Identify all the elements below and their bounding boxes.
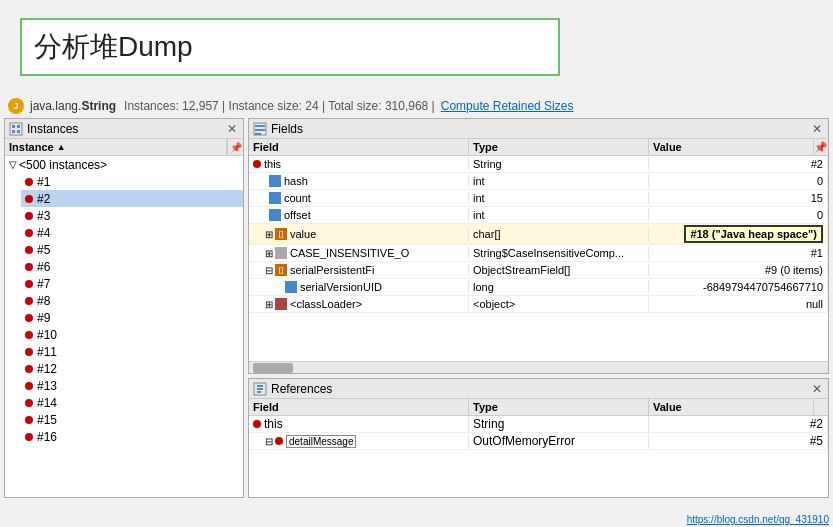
field-value: #1 — [649, 246, 828, 260]
list-item[interactable]: #14 — [21, 394, 243, 411]
field-value: #18 ("Java heap space") — [649, 224, 828, 244]
instance-label: #4 — [37, 226, 50, 240]
field-name: hash — [284, 175, 308, 187]
list-item[interactable]: #7 — [21, 275, 243, 292]
instance-dot-icon — [25, 212, 33, 220]
instance-label: #12 — [37, 362, 57, 376]
table-row[interactable]: ⊞ <classLoader> <object> null — [249, 296, 828, 313]
instance-dot-icon — [25, 433, 33, 441]
table-row[interactable]: offset int 0 — [249, 207, 828, 224]
instance-dot-icon — [25, 348, 33, 356]
references-table[interactable]: this String #2 ⊟ detailMessage OutOfMemo… — [249, 416, 828, 497]
list-item[interactable]: #5 — [21, 241, 243, 258]
instance-label: #10 — [37, 328, 57, 342]
ref-value: #2 — [649, 416, 828, 432]
fields-table[interactable]: this String #2 hash int 0 — [249, 156, 828, 361]
field-type: long — [469, 280, 649, 294]
field-type: String$CaseInsensitiveComp... — [469, 246, 649, 260]
title-box: 分析堆Dump — [20, 18, 560, 76]
field-type: int — [469, 191, 649, 205]
list-item[interactable]: #12 — [21, 360, 243, 377]
instance-label: #15 — [37, 413, 57, 427]
instance-dot-icon — [25, 229, 33, 237]
list-item[interactable]: #10 — [21, 326, 243, 343]
class-name-bold: String — [81, 99, 116, 113]
list-item[interactable]: #15 — [21, 411, 243, 428]
ref-type: String — [469, 416, 649, 432]
fields-panel-title: Fields — [271, 122, 303, 136]
table-row[interactable]: ⊞ [] value char[] #18 ("Java heap space"… — [249, 224, 828, 245]
instance-label: #5 — [37, 243, 50, 257]
list-item[interactable]: #3 — [21, 207, 243, 224]
instance-dot-icon — [25, 382, 33, 390]
list-item[interactable]: #4 — [21, 224, 243, 241]
list-item[interactable]: #1 — [21, 173, 243, 190]
expand-icon[interactable]: ⊟ — [265, 265, 273, 276]
group-expand-icon[interactable]: ▽ — [9, 159, 17, 170]
list-item[interactable]: #8 — [21, 292, 243, 309]
right-panels: Fields ✕ Field Type Value 📌 this — [248, 118, 829, 498]
field-type: <object> — [469, 297, 649, 311]
list-item[interactable]: #6 — [21, 258, 243, 275]
instance-list[interactable]: ▽ <500 instances> #1 #2 #3 #4 — [5, 156, 243, 497]
references-panel-icon — [253, 382, 267, 396]
instances-group-row[interactable]: ▽ <500 instances> — [5, 156, 243, 173]
instance-dot-icon — [25, 314, 33, 322]
references-close-button[interactable]: ✕ — [810, 382, 824, 396]
svg-rect-4 — [17, 130, 20, 133]
table-row[interactable]: serialVersionUID long -68497944707546677… — [249, 279, 828, 296]
field-type-icon — [269, 209, 281, 221]
page-title: 分析堆Dump — [34, 31, 193, 62]
table-row[interactable]: this String #2 — [249, 416, 828, 433]
field-type-icon — [269, 192, 281, 204]
fields-scroll-thumb[interactable] — [253, 363, 293, 373]
ref-expand-icon[interactable]: ⊟ — [265, 436, 273, 447]
fields-panel: Fields ✕ Field Type Value 📌 this — [248, 118, 829, 374]
table-row[interactable]: ⊟ detailMessage OutOfMemoryError #5 — [249, 433, 828, 450]
instance-label: #2 — [37, 192, 50, 206]
table-row[interactable]: ⊟ [] serialPersistentFi ObjectStreamFiel… — [249, 262, 828, 279]
list-item[interactable]: #2 — [21, 190, 243, 207]
instance-label: #6 — [37, 260, 50, 274]
expand-icon[interactable]: ⊞ — [265, 248, 273, 259]
references-panel-header: References ✕ — [249, 379, 828, 399]
instances-panel-title: Instances — [27, 122, 78, 136]
fields-horizontal-scrollbar[interactable] — [249, 361, 828, 373]
table-row[interactable]: count int 15 — [249, 190, 828, 207]
sort-asc-icon: ▲ — [57, 142, 66, 152]
instance-dot-icon — [25, 399, 33, 407]
instance-dot-icon — [25, 297, 33, 305]
ref-value: #5 — [649, 433, 828, 449]
instances-panel-icon — [9, 122, 23, 136]
instance-label: #7 — [37, 277, 50, 291]
references-panel-title: References — [271, 382, 332, 396]
field-type: char[] — [469, 227, 649, 241]
field-value: null — [649, 297, 828, 311]
expand-icon[interactable]: ⊞ — [265, 229, 273, 240]
list-item[interactable]: #9 — [21, 309, 243, 326]
instance-label: #1 — [37, 175, 50, 189]
table-row[interactable]: ⊞ CASE_INSENSITIVE_O String$CaseInsensit… — [249, 245, 828, 262]
list-item[interactable]: #11 — [21, 343, 243, 360]
list-item[interactable]: #16 — [21, 428, 243, 445]
fields-close-button[interactable]: ✕ — [810, 122, 824, 136]
mixed-type-icon — [275, 247, 287, 259]
field-type: String — [469, 157, 649, 171]
instance-label: #9 — [37, 311, 50, 325]
fields-type-column-header: Type — [469, 139, 649, 155]
compute-retained-sizes-link[interactable]: Compute Retained Sizes — [441, 99, 574, 113]
fields-field-column-header: Field — [249, 139, 469, 155]
list-item[interactable]: #13 — [21, 377, 243, 394]
svg-rect-1 — [12, 125, 15, 128]
instance-dot-icon — [25, 195, 33, 203]
field-value: 0 — [649, 174, 828, 188]
fields-value-column-header: Value — [649, 139, 814, 155]
table-row[interactable]: this String #2 — [249, 156, 828, 173]
ref-value-column-header: Value — [649, 399, 814, 415]
table-row[interactable]: hash int 0 — [249, 173, 828, 190]
main-panels: Instances ✕ Instance ▲ 📌 ▽ <500 instance… — [4, 118, 829, 498]
ref-pin-area — [814, 399, 828, 415]
field-type-icon — [285, 281, 297, 293]
instances-close-button[interactable]: ✕ — [225, 122, 239, 136]
expand-icon[interactable]: ⊞ — [265, 299, 273, 310]
